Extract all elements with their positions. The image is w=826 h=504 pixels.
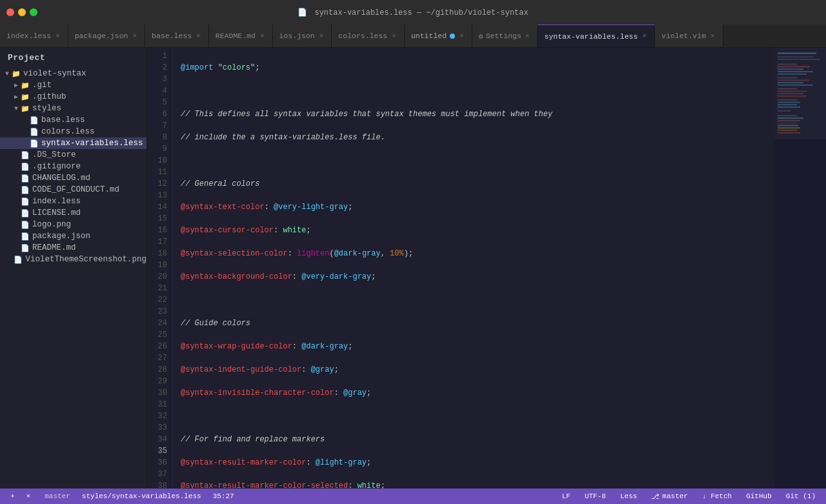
sidebar-item-label: .git bbox=[32, 81, 52, 90]
sidebar-item-license[interactable]: 📄 LICENSE.md bbox=[0, 207, 146, 219]
tab-bar: index.less × package.json × base.less × … bbox=[0, 25, 826, 48]
branch-name: master bbox=[662, 492, 688, 500]
tab-index-less[interactable]: index.less × bbox=[0, 25, 68, 47]
line-numbers: 12345 678910 1112131415 1617181920 21222… bbox=[147, 48, 173, 489]
tab-violet-vim[interactable]: violet.vim × bbox=[655, 25, 723, 47]
window-controls[interactable] bbox=[6, 8, 37, 16]
git-status[interactable]: Git (1) bbox=[782, 492, 820, 500]
git-branch-icon: ⎇ bbox=[651, 492, 660, 501]
sidebar-item-label: VioletThemeScreenshot.png bbox=[25, 255, 146, 264]
tab-label: index.less bbox=[6, 32, 51, 40]
encoding[interactable]: UTF-8 bbox=[581, 492, 610, 500]
cursor-position[interactable]: 35:27 bbox=[209, 492, 238, 500]
folder-icon: 📁 bbox=[12, 70, 21, 78]
statusbar: + × master styles/syntax-variables.less … bbox=[0, 489, 826, 504]
tab-label: ios.json bbox=[279, 32, 315, 40]
sidebar-item-github[interactable]: ▶ 📁 .github bbox=[0, 91, 146, 103]
syntax-type[interactable]: Less bbox=[616, 492, 641, 500]
sidebar-item-index-less[interactable]: 📄 index.less bbox=[0, 196, 146, 207]
tab-colors-less[interactable]: colors.less × bbox=[332, 25, 405, 47]
tab-close-icon[interactable]: × bbox=[318, 32, 325, 41]
sidebar-item-label: styles bbox=[32, 104, 61, 113]
sidebar-item-label: colors.less bbox=[41, 127, 95, 136]
github-button[interactable]: GitHub bbox=[742, 492, 776, 500]
arrow-icon: ▼ bbox=[12, 105, 21, 112]
sidebar-item-label: package.json bbox=[32, 232, 90, 241]
sidebar-item-label: CODE_OF_CONDUCT.md bbox=[32, 185, 119, 194]
main-layout: Project ▼ 📁 violet-syntax ▶ 📁 .git ▶ 📁 .… bbox=[0, 48, 826, 489]
sidebar-item-label: CHANGELOG.md bbox=[32, 174, 90, 183]
sidebar-item-colors-less[interactable]: 📄 colors.less bbox=[0, 126, 146, 137]
tab-label: colors.less bbox=[338, 32, 387, 40]
sidebar-item-readme[interactable]: 📄 README.md bbox=[0, 242, 146, 254]
code-editor[interactable]: @import "colors"; // This defines all sy… bbox=[173, 48, 774, 489]
svg-rect-30 bbox=[774, 48, 826, 139]
file-icon: 📄 bbox=[21, 151, 30, 159]
sidebar-item-violet-syntax[interactable]: ▼ 📁 violet-syntax bbox=[0, 68, 146, 79]
tab-readme-md[interactable]: README.md × bbox=[209, 25, 273, 47]
sidebar-item-ds-store[interactable]: 📄 .DS_Store bbox=[0, 149, 146, 161]
file-icon: 📄 bbox=[30, 116, 39, 125]
sidebar-item-logo[interactable]: 📄 logo.png bbox=[0, 219, 146, 230]
tab-label: violet.vim bbox=[661, 32, 706, 40]
tab-package-json[interactable]: package.json × bbox=[68, 25, 145, 47]
sidebar-item-label: logo.png bbox=[32, 220, 71, 229]
settings-icon: ⚙ bbox=[479, 32, 483, 41]
line-ending[interactable]: LF bbox=[558, 492, 574, 500]
tab-syntax-variables[interactable]: syntax-variables.less × bbox=[538, 25, 655, 47]
close-panel-button[interactable]: × bbox=[23, 492, 35, 500]
sidebar-item-base-less[interactable]: 📄 base.less bbox=[0, 114, 146, 126]
git-branch[interactable]: ⎇ master bbox=[647, 492, 692, 501]
editor-area: 12345 678910 1112131415 1617181920 21222… bbox=[147, 48, 826, 489]
sidebar-item-label: .DS_Store bbox=[32, 150, 76, 159]
tab-close-icon[interactable]: × bbox=[641, 32, 648, 41]
file-icon: 📄 bbox=[21, 197, 30, 206]
add-file-button[interactable]: + bbox=[6, 492, 19, 500]
close-button[interactable] bbox=[6, 8, 14, 16]
fetch-button[interactable]: ↓ Fetch bbox=[698, 492, 736, 500]
tab-settings[interactable]: ⚙ Settings × bbox=[472, 25, 538, 47]
sidebar-item-changelog[interactable]: 📄 CHANGELOG.md bbox=[0, 172, 146, 184]
file-icon: 📄 bbox=[30, 128, 39, 136]
sidebar-item-gitignore[interactable]: 📄 .gitignore bbox=[0, 161, 146, 172]
tab-close-icon[interactable]: × bbox=[524, 32, 531, 41]
file-icon: 📄 bbox=[14, 256, 23, 264]
arrow-icon: ▶ bbox=[12, 93, 21, 101]
tab-close-icon[interactable]: × bbox=[195, 32, 202, 41]
maximize-button[interactable] bbox=[30, 8, 37, 16]
sidebar-item-code-conduct[interactable]: 📄 CODE_OF_CONDUCT.md bbox=[0, 184, 146, 196]
file-icon: 📄 bbox=[21, 232, 30, 241]
titlebar: 📄 syntax-variables.less — ~/github/viole… bbox=[0, 0, 826, 25]
sidebar-item-label: .gitignore bbox=[32, 162, 81, 171]
minimize-button[interactable] bbox=[18, 8, 26, 16]
sidebar-item-screenshot[interactable]: 📄 VioletThemeScreenshot.png bbox=[0, 254, 146, 265]
modified-indicator bbox=[450, 34, 455, 39]
tab-ios-json[interactable]: ios.json × bbox=[273, 25, 332, 47]
sidebar-title: Project bbox=[0, 48, 146, 68]
tab-close-icon[interactable]: × bbox=[709, 32, 716, 41]
sidebar-item-label: base.less bbox=[41, 116, 85, 125]
file-icon: 📄 bbox=[21, 221, 30, 229]
tab-base-less[interactable]: base.less × bbox=[145, 25, 209, 47]
minimap[interactable] bbox=[774, 48, 826, 489]
file-icon: 📄 bbox=[21, 174, 30, 183]
sidebar-item-label: index.less bbox=[32, 197, 81, 206]
tab-close-icon[interactable]: × bbox=[390, 32, 398, 41]
tab-close-icon[interactable]: × bbox=[458, 32, 465, 41]
tab-close-icon[interactable]: × bbox=[54, 32, 61, 41]
tab-label: base.less bbox=[152, 32, 192, 40]
tab-close-icon[interactable]: × bbox=[259, 32, 266, 41]
sidebar-item-styles[interactable]: ▼ 📁 styles bbox=[0, 103, 146, 114]
sidebar: Project ▼ 📁 violet-syntax ▶ 📁 .git ▶ 📁 .… bbox=[0, 48, 147, 489]
file-path-display: styles/syntax-variables.less bbox=[78, 492, 205, 500]
sidebar-item-label: syntax-variables.less bbox=[41, 139, 143, 148]
sidebar-item-package-json[interactable]: 📄 package.json bbox=[0, 230, 146, 242]
sidebar-item-git[interactable]: ▶ 📁 .git bbox=[0, 79, 146, 91]
statusbar-right: LF UTF-8 Less ⎇ master ↓ Fetch GitHub Gi… bbox=[558, 492, 820, 501]
tab-close-icon[interactable]: × bbox=[131, 32, 138, 41]
sidebar-item-syntax-variables[interactable]: 📄 syntax-variables.less bbox=[0, 137, 146, 149]
folder-icon: 📁 bbox=[21, 105, 30, 113]
file-path: master bbox=[41, 492, 74, 500]
file-icon: 📄 bbox=[21, 244, 30, 252]
tab-untitled[interactable]: untitled × bbox=[405, 25, 472, 47]
